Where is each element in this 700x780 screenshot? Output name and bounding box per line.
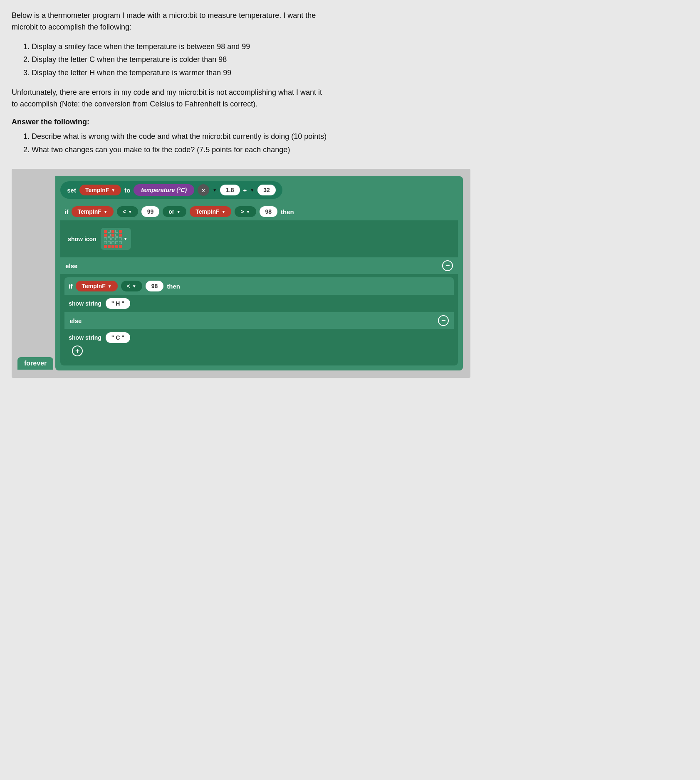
plus-symbol: + [75,347,80,355]
temperature-pill[interactable]: temperature (°C) [134,184,194,196]
lt-label: < [123,208,126,215]
outer-else-label-row: else − [60,257,458,274]
value-32: 32 [263,187,270,193]
dot-0-1 [108,230,111,233]
dot-4-3 [115,245,118,248]
forever-label: forever [17,357,53,370]
lt-operator[interactable]: < ▼ [117,206,138,217]
intro-line1: Below is a thermometer program I made wi… [12,11,316,20]
dot-0-4 [119,230,122,233]
dot-2-2 [111,237,114,240]
tempinf-label-if2: TempInF [195,208,219,215]
bottom-controls: + [69,343,450,359]
dot-0-3 [115,230,118,233]
dot-4-4 [119,245,122,248]
tempinf-dropdown-arrow-set: ▼ [111,188,115,193]
dot-4-0 [104,245,107,248]
outer-if-body: show icon [60,220,458,257]
minus-symbol: − [445,262,450,270]
plus-arrow: ▼ [250,188,254,193]
outer-then-label: then [281,208,294,215]
outer-else-label: else [65,262,77,269]
multiply-pill[interactable]: x [198,184,209,196]
answer-header: Answer the following: [12,118,688,126]
dot-0-0 [104,230,107,233]
set-row: set TempInF ▼ to temperature (°C) x ▼ 1.… [60,181,282,199]
nested-if-container: if TempInF ▼ < ▼ 98 then [60,274,458,365]
lt-arrow-nested: ▼ [132,284,136,289]
or-label: or [168,208,174,215]
show-icon-row: show icon [64,225,454,253]
show-icon-label: show icon [68,236,96,242]
tempinf-label-set: TempInF [85,187,109,193]
value-98-nested-pill[interactable]: 98 [146,281,164,291]
set-label: set [67,187,76,194]
icon-dropdown-arrow: ▼ [124,237,128,241]
req-1: 1. Display a smiley face when the temper… [23,41,688,53]
or-arrow: ▼ [176,210,181,214]
tempinf-pill-nested[interactable]: TempInF ▼ [76,281,117,291]
nested-then-label: then [167,283,180,290]
dot-0-2 [111,230,114,233]
add-block-button[interactable]: + [72,346,83,356]
nested-else-label: else [69,317,82,324]
lt-label-nested: < [127,283,130,289]
string-H-pill[interactable]: " H " [106,298,130,309]
value-1-8-pill[interactable]: 1.8 [220,185,240,195]
show-string-H-row: show string " H " [69,298,450,309]
nested-if-header: if TempInF ▼ < ▼ 98 then [64,277,454,295]
icon-grid-pill[interactable]: ▼ [101,228,131,250]
dot-3-4 [119,241,122,244]
string-C-pill[interactable]: " C " [106,332,130,343]
tempinf-label-if: TempInF [77,208,101,215]
dot-1-3 [115,234,118,237]
gt-arrow: ▼ [246,210,250,214]
lt-operator-nested[interactable]: < ▼ [121,281,142,291]
tempinf-pill-if[interactable]: TempInF ▼ [72,206,113,217]
temperature-label: temperature (°C) [141,187,187,193]
intro-paragraph: Below is a thermometer program I made wi… [12,10,688,33]
answer-items-list: 1. Describe what is wrong with the code … [23,131,688,156]
dot-3-1 [108,241,111,244]
tempinf-pill-if2[interactable]: TempInF ▼ [190,206,231,217]
tempinf-dropdown-if: ▼ [104,210,108,214]
intro-line2: microbit to accomplish the following: [12,23,131,31]
value-99: 99 [147,208,154,215]
gt-operator[interactable]: > ▼ [235,206,256,217]
dot-1-4 [119,234,122,237]
outer-else-minus[interactable]: − [442,260,453,271]
note-paragraph: Unfortunately, there are errors in my co… [12,87,688,110]
dot-4-2 [111,245,114,248]
multiply-arrow: ▼ [213,188,217,193]
lt-arrow: ▼ [128,210,132,214]
nested-minus-symbol: − [441,316,446,325]
outer-if-header: if TempInF ▼ < ▼ 99 or ▼ TempInF [60,203,458,220]
string-C-value: " C " [111,334,124,341]
value-1-8: 1.8 [226,187,234,193]
value-98-nested: 98 [151,283,158,289]
outer-if-block: if TempInF ▼ < ▼ 99 or ▼ TempInF [60,203,458,365]
value-99-pill[interactable]: 99 [141,206,160,217]
tempinf-dropdown-nested: ▼ [108,284,112,289]
requirements-list: 1. Display a smiley face when the temper… [23,41,688,79]
dot-2-1 [108,237,111,240]
multiply-label: x [202,187,205,193]
dot-4-1 [108,245,111,248]
show-string-C-label: show string [69,334,101,341]
or-operator[interactable]: or ▼ [163,206,186,217]
value-98-pill[interactable]: 98 [260,206,278,217]
answer-2: 2. What two changes can you make to fix … [23,144,688,156]
nested-if-label: if [69,283,72,290]
tempinf-dropdown-if2: ▼ [222,210,226,214]
nested-else-minus[interactable]: − [438,315,449,326]
dot-1-0 [104,234,107,237]
tempinf-pill-set[interactable]: TempInF ▼ [79,185,121,195]
dot-3-2 [111,241,114,244]
nested-if-body: show string " H " [64,295,454,312]
dot-3-3 [115,241,118,244]
dot-1-2 [111,234,114,237]
gt-label: > [240,208,244,215]
show-string-H-label: show string [69,300,101,307]
value-32-pill[interactable]: 32 [257,185,276,195]
show-string-C-row: show string " C " [69,332,450,343]
